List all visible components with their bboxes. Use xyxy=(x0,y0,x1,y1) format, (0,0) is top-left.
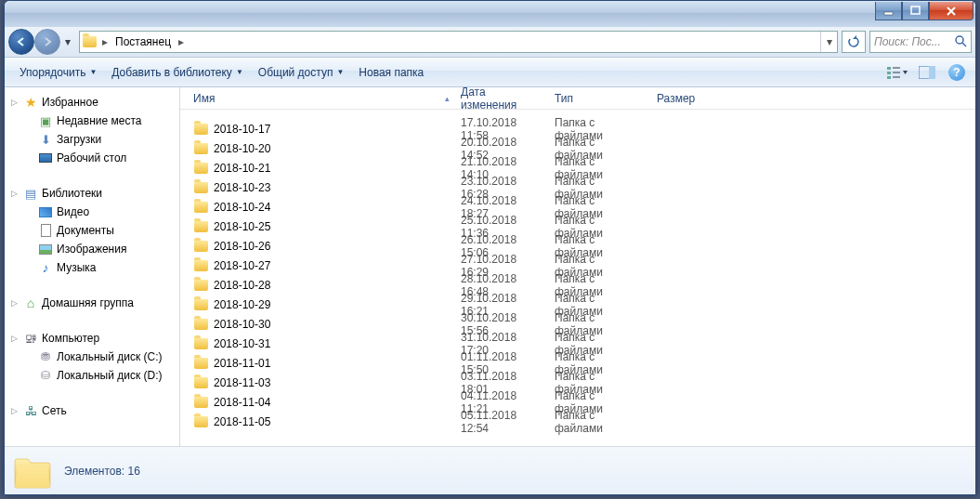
organize-button[interactable]: Упорядочить▼ xyxy=(12,62,104,83)
search-icon xyxy=(954,34,967,50)
folder-icon xyxy=(193,375,208,390)
chevron-right-icon[interactable]: ▷ xyxy=(8,298,20,308)
address-dropdown[interactable]: ▾ xyxy=(820,32,837,52)
column-size[interactable]: Размер xyxy=(651,87,722,109)
folder-icon xyxy=(193,239,208,254)
file-name: 2018-10-24 xyxy=(214,201,270,214)
nav-downloads[interactable]: ⬇Загрузки xyxy=(5,130,179,149)
music-icon: ♪ xyxy=(38,260,53,275)
nav-disk-d[interactable]: ⛁Локальный диск (D:) xyxy=(5,366,179,385)
nav-recent[interactable]: ▣Недавние места xyxy=(5,112,179,130)
nav-favorites[interactable]: ▷★Избранное xyxy=(5,93,179,112)
file-name: 2018-10-20 xyxy=(214,142,270,155)
file-name: 2018-11-01 xyxy=(214,357,270,370)
maximize-button[interactable] xyxy=(902,2,929,20)
column-date[interactable]: Дата изменения xyxy=(455,87,549,109)
file-name: 2018-11-05 xyxy=(214,415,270,428)
chevron-right-icon[interactable]: ▸ xyxy=(98,35,111,48)
file-row[interactable]: 2018-11-0505.11.2018 12:54Папка с файлам… xyxy=(180,412,975,431)
image-icon xyxy=(38,242,53,256)
close-button[interactable] xyxy=(929,2,973,20)
nav-desktop[interactable]: Рабочий стол xyxy=(5,149,179,167)
folder-icon xyxy=(193,141,208,156)
chevron-down-icon[interactable]: ▷ xyxy=(8,334,20,343)
chevron-right-icon[interactable]: ▸ xyxy=(175,35,188,48)
nav-history-dropdown[interactable]: ▾ xyxy=(60,29,75,55)
minimize-button[interactable] xyxy=(875,2,902,20)
folder-icon xyxy=(12,452,53,491)
navbar: ▾ ▸ Постаянец ▸ ▾ Поиск: Пос... xyxy=(5,27,975,58)
nav-libraries[interactable]: ▷▤Библиотеки xyxy=(5,184,179,203)
back-button[interactable] xyxy=(8,29,34,55)
address-bar[interactable]: ▸ Постаянец ▸ ▾ xyxy=(79,31,838,53)
file-type: Папка с файлами xyxy=(549,409,651,435)
preview-pane-button[interactable] xyxy=(916,61,938,84)
desktop-icon xyxy=(38,151,53,165)
file-name: 2018-10-27 xyxy=(214,259,270,272)
file-date: 05.11.2018 12:54 xyxy=(455,409,549,435)
svg-rect-6 xyxy=(887,76,891,79)
help-button[interactable]: ? xyxy=(946,61,968,84)
svg-rect-4 xyxy=(887,67,891,70)
computer-icon: 🖳 xyxy=(23,331,38,346)
recent-icon: ▣ xyxy=(38,113,53,128)
new-folder-button[interactable]: Новая папка xyxy=(351,62,431,83)
network-icon: 🖧 xyxy=(23,403,38,418)
document-icon xyxy=(38,223,53,238)
nav-computer[interactable]: ▷🖳Компьютер xyxy=(5,329,179,348)
breadcrumb-item[interactable]: Постаянец xyxy=(111,32,175,52)
homegroup-icon: ⌂ xyxy=(23,295,38,310)
nav-music[interactable]: ♪Музыка xyxy=(5,258,179,277)
chevron-down-icon[interactable]: ▷ xyxy=(8,189,20,198)
nav-disk-c[interactable]: ⛃Локальный диск (C:) xyxy=(5,348,179,366)
folder-icon xyxy=(193,317,208,332)
folder-icon xyxy=(193,180,208,195)
file-list[interactable]: 2018-10-1717.10.2018 11:58Папка с файлам… xyxy=(180,110,975,446)
folder-icon xyxy=(193,356,208,371)
file-name: 2018-11-04 xyxy=(214,396,270,409)
add-to-library-button[interactable]: Добавить в библиотеку▼ xyxy=(104,62,250,83)
folder-icon xyxy=(193,161,208,176)
folder-icon xyxy=(80,36,98,47)
folder-icon xyxy=(193,395,208,410)
toolbar: Упорядочить▼ Добавить в библиотеку▼ Общи… xyxy=(5,58,975,87)
navigation-pane[interactable]: ▷★Избранное ▣Недавние места ⬇Загрузки Ра… xyxy=(5,87,180,446)
folder-icon xyxy=(193,414,208,429)
nav-video[interactable]: Видео xyxy=(5,203,179,221)
details-pane: Элементов: 16 xyxy=(5,446,975,494)
refresh-button[interactable] xyxy=(842,31,866,53)
file-name: 2018-10-29 xyxy=(214,298,270,311)
folder-icon xyxy=(193,336,208,351)
video-icon xyxy=(38,204,53,219)
folder-icon xyxy=(193,297,208,312)
nav-homegroup[interactable]: ▷⌂Домашняя группа xyxy=(5,294,179,312)
folder-icon xyxy=(193,219,208,234)
chevron-down-icon[interactable]: ▷ xyxy=(8,98,20,107)
help-icon: ? xyxy=(948,64,965,81)
column-name[interactable]: Имя▴ xyxy=(188,87,455,109)
file-name: 2018-10-30 xyxy=(214,318,270,331)
file-list-pane: Имя▴ Дата изменения Тип Размер 2018-10-1… xyxy=(180,87,975,446)
nav-images[interactable]: Изображения xyxy=(5,240,179,258)
library-icon: ▤ xyxy=(23,186,38,201)
sort-asc-icon: ▴ xyxy=(445,94,450,103)
forward-button[interactable] xyxy=(34,29,60,55)
titlebar[interactable] xyxy=(5,1,975,27)
file-name: 2018-10-28 xyxy=(214,279,270,292)
view-options-button[interactable] xyxy=(886,61,908,84)
search-placeholder: Поиск: Пос... xyxy=(874,35,941,48)
search-input[interactable]: Поиск: Пос... xyxy=(869,31,972,53)
disk-icon: ⛃ xyxy=(38,349,53,364)
chevron-right-icon[interactable]: ▷ xyxy=(8,406,20,415)
share-button[interactable]: Общий доступ▼ xyxy=(251,62,352,83)
folder-icon xyxy=(193,200,208,215)
svg-point-2 xyxy=(956,36,963,44)
nav-network[interactable]: ▷🖧Сеть xyxy=(5,401,179,420)
column-headers: Имя▴ Дата изменения Тип Размер xyxy=(180,87,975,110)
nav-documents[interactable]: Документы xyxy=(5,221,179,240)
svg-rect-1 xyxy=(911,7,920,14)
file-name: 2018-10-17 xyxy=(214,123,270,136)
file-name: 2018-10-23 xyxy=(214,181,270,194)
svg-rect-0 xyxy=(884,12,893,15)
column-type[interactable]: Тип xyxy=(549,87,651,109)
